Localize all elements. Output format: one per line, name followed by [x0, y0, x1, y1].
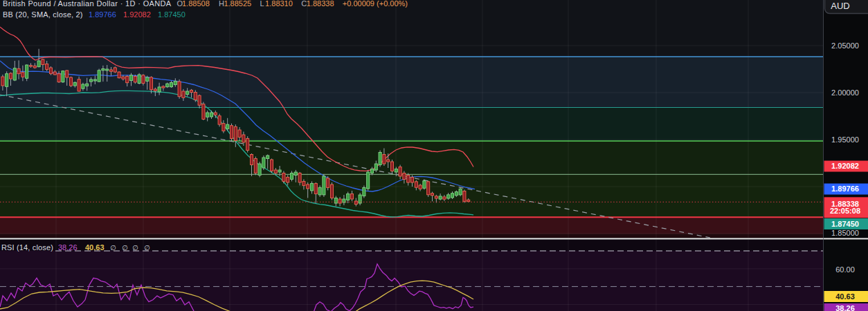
- svg-text:1.89766: 1.89766: [831, 185, 859, 193]
- svg-text:40.63: 40.63: [835, 292, 855, 301]
- svg-text:∅: ∅: [122, 244, 128, 252]
- svg-text:1.88338: 1.88338: [307, 0, 334, 8]
- svg-text:38.26: 38.26: [58, 243, 78, 252]
- svg-text:RSI (14, close): RSI (14, close): [1, 243, 53, 252]
- svg-text:1.95000: 1.95000: [831, 135, 859, 144]
- svg-text:38.26: 38.26: [835, 304, 855, 311]
- svg-text:22:05:08: 22:05:08: [830, 207, 860, 215]
- svg-text:1.92082: 1.92082: [123, 10, 151, 19]
- svg-text:∅: ∅: [110, 244, 116, 252]
- svg-text:1.88310: 1.88310: [265, 0, 293, 8]
- svg-text:1.87450: 1.87450: [831, 220, 859, 228]
- svg-text:2.05000: 2.05000: [831, 41, 859, 50]
- svg-text:40.63: 40.63: [85, 243, 105, 252]
- svg-text:British Pound / Australian Dol: British Pound / Australian Dollar · 1D ·…: [3, 0, 172, 8]
- svg-text:BB (20, SMA, close, 2): BB (20, SMA, close, 2): [3, 10, 83, 19]
- svg-text:1.87450: 1.87450: [158, 10, 186, 19]
- svg-text:+0.00009 (+0.00%): +0.00009 (+0.00%): [343, 0, 408, 8]
- svg-text:∅: ∅: [132, 244, 138, 252]
- svg-text:∅: ∅: [144, 244, 150, 252]
- svg-text:60.00: 60.00: [835, 265, 855, 274]
- svg-text:AUD: AUD: [831, 1, 849, 11]
- svg-text:1.88508: 1.88508: [182, 0, 210, 8]
- svg-text:L: L: [260, 0, 264, 8]
- svg-text:1.85000: 1.85000: [831, 229, 859, 237]
- svg-text:1.89766: 1.89766: [89, 10, 116, 19]
- svg-text:1.92082: 1.92082: [831, 162, 859, 170]
- svg-text:1.88525: 1.88525: [224, 0, 251, 8]
- svg-text:2.00000: 2.00000: [831, 88, 859, 97]
